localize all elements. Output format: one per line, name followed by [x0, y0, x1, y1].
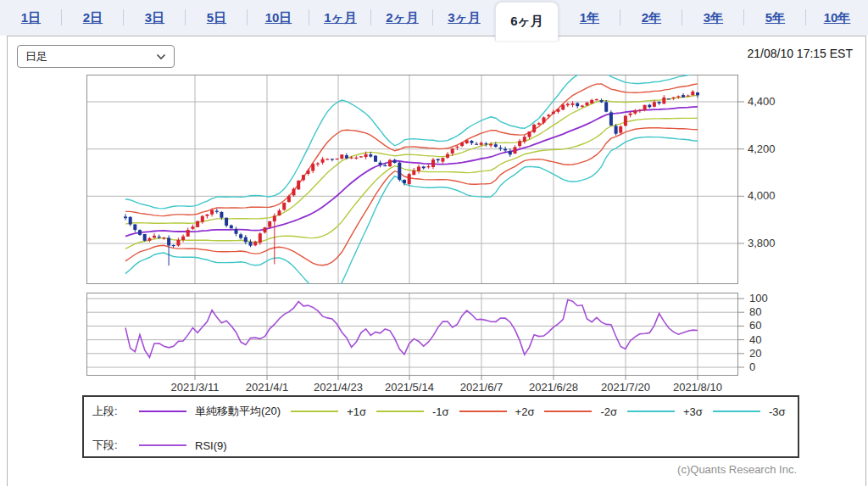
legend-swatch [291, 411, 338, 412]
tab-label: 5年 [765, 10, 785, 26]
legend-upper-label: 上段: [92, 404, 131, 419]
tab-period-7[interactable]: 2ヶ月 [371, 0, 433, 36]
interval-select[interactable]: 日足 [17, 45, 175, 68]
legend-swatch [139, 444, 186, 446]
tab-period-12[interactable]: 3年 [682, 0, 744, 36]
tab-period-11[interactable]: 2年 [620, 0, 682, 36]
tab-label: 2ヶ月 [386, 10, 419, 26]
x-axis-label: 2021/6/7 [443, 381, 520, 394]
tab-label: 2日 [83, 10, 103, 26]
tab-period-2[interactable]: 2日 [62, 0, 124, 36]
tab-label: 5日 [207, 10, 226, 26]
x-axis-label: 2021/8/10 [659, 381, 736, 394]
tab-period-4[interactable]: 5日 [186, 0, 248, 36]
legend-lower-items: RSI(9) [131, 439, 230, 452]
x-axis-label: 2021/5/14 [371, 381, 448, 394]
tab-label: 6ヶ月 [510, 14, 543, 30]
legend-label: +3σ [683, 405, 703, 418]
tab-label: 3ヶ月 [448, 10, 481, 26]
x-axis-label: 2021/4/23 [300, 381, 376, 394]
legend-swatch [139, 411, 186, 412]
legend-swatch [544, 411, 592, 412]
rsi-axis-label: 80 [749, 305, 761, 318]
tab-label: 2年 [642, 10, 661, 26]
quote-timestamp: 21/08/10 17:15 EST [747, 47, 853, 60]
tab-period-10[interactable]: 1年 [559, 0, 620, 36]
tab-label: 1日 [21, 10, 41, 26]
tab-label: 10年 [824, 10, 851, 26]
interval-select-value: 日足 [25, 49, 156, 64]
rsi-axis-label: 0 [749, 360, 755, 373]
rsi-axis-label: 20 [749, 347, 761, 360]
x-axis-label: 2021/6/28 [515, 381, 592, 394]
rsi-axis-label: 60 [749, 319, 761, 332]
y-axis-label: 4,200 [748, 142, 776, 155]
rsi-axis-label: 100 [749, 292, 768, 304]
tab-label: 1年 [580, 10, 599, 26]
legend-label: RSI(9) [195, 439, 227, 452]
tab-period-6[interactable]: 1ヶ月 [309, 0, 371, 36]
tab-label: 3日 [145, 10, 164, 26]
candlestick-chart [86, 75, 746, 284]
legend-row-upper: 上段: 単純移動平均(20)+1σ-1σ+2σ-2σ+3σ-3σ [84, 404, 798, 419]
legend-label: -3σ [769, 405, 786, 418]
tab-label: 1ヶ月 [324, 10, 357, 26]
tab-period-3[interactable]: 3日 [124, 0, 186, 36]
legend-swatch [627, 411, 675, 412]
y-axis-label: 4,400 [748, 95, 776, 108]
legend-row-lower: 下段: RSI(9) [84, 438, 798, 453]
chart-page: 1日2日3日5日10日1ヶ月2ヶ月3ヶ月6ヶ月1年2年3年5年10年 日足 21… [0, 0, 868, 486]
tab-period-13[interactable]: 5年 [744, 0, 806, 36]
x-axis-label: 2021/7/20 [587, 381, 664, 394]
chevron-down-icon [156, 53, 166, 60]
tab-period-8[interactable]: 3ヶ月 [433, 0, 495, 36]
indicator-legend: 上段: 単純移動平均(20)+1σ-1σ+2σ-2σ+3σ-3σ 下段: RSI… [82, 395, 799, 458]
legend-label: -1σ [432, 405, 449, 418]
y-axis-label: 4,000 [748, 189, 776, 202]
legend-upper-items: 単純移動平均(20)+1σ-1σ+2σ-2σ+3σ-3σ [131, 404, 787, 419]
tab-label: 3年 [704, 10, 723, 26]
tab-period-14[interactable]: 10年 [806, 0, 868, 36]
rsi-chart [86, 293, 746, 382]
x-axis-label: 2021/4/1 [229, 381, 305, 394]
rsi-axis-label: 40 [749, 333, 761, 346]
copyright: (c)Quants Research Inc. [677, 463, 797, 476]
legend-swatch [459, 411, 507, 412]
x-axis-label: 2021/3/11 [157, 381, 233, 394]
legend-swatch [376, 411, 424, 412]
tab-period-1[interactable]: 1日 [0, 0, 62, 36]
period-tab-bar: 1日2日3日5日10日1ヶ月2ヶ月3ヶ月6ヶ月1年2年3年5年10年 [0, 0, 868, 36]
legend-label: +1σ [347, 405, 366, 418]
legend-label: +2σ [515, 405, 535, 418]
legend-swatch [713, 411, 760, 412]
legend-lower-label: 下段: [92, 438, 131, 453]
tab-period-5[interactable]: 10日 [248, 0, 309, 36]
legend-label: 単純移動平均(20) [195, 404, 281, 419]
tab-label: 10日 [265, 10, 292, 26]
tab-period-9[interactable]: 6ヶ月 [495, 2, 559, 41]
legend-label: -2σ [600, 405, 617, 418]
y-axis-label: 3,800 [748, 237, 776, 249]
